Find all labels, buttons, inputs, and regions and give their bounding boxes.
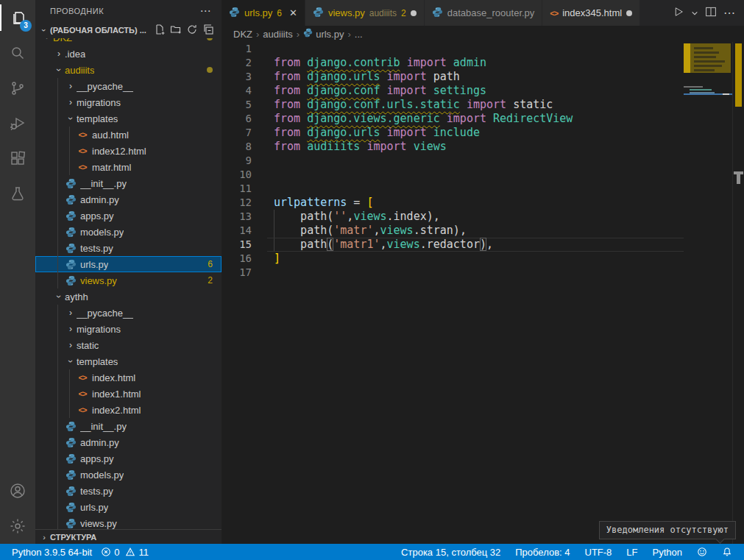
tree-item-index2-html[interactable]: <>index2.html — [35, 402, 222, 418]
sidebar-more-icon[interactable]: ⋯ — [200, 4, 212, 18]
breadcrumb-item[interactable]: ... — [355, 29, 363, 40]
tree-item-tests-py[interactable]: tests.py — [35, 240, 222, 256]
minimap[interactable] — [684, 42, 732, 145]
tree-item-apps-py[interactable]: apps.py — [35, 208, 222, 224]
tree-item-index-html[interactable]: <>index.html — [35, 369, 222, 386]
tree-item--pycache-[interactable]: ›__pycache__ — [35, 78, 222, 94]
status-language-mode[interactable]: Python — [648, 544, 687, 560]
code-line-9[interactable]: 9 — [222, 154, 744, 168]
tab-database-roouter-py[interactable]: database_roouter.py — [425, 0, 543, 26]
tree-item-models-py[interactable]: models.py — [35, 224, 222, 240]
code-text[interactable]: ] — [267, 252, 684, 266]
feedback-button[interactable] — [692, 544, 712, 560]
code-text[interactable] — [267, 182, 684, 196]
refresh-icon[interactable] — [186, 24, 198, 37]
code-line-14[interactable]: 14 path('matr',views.stran), — [222, 224, 744, 238]
code-line-12[interactable]: 12urlpatterns = [ — [222, 196, 744, 210]
activitybar-item-account[interactable] — [0, 473, 35, 508]
code-text[interactable]: path('',views.index), — [267, 210, 684, 224]
tree-item--init-py[interactable]: __init__.py — [35, 418, 222, 434]
code-line-15[interactable]: 15 path('matr1',views.redactor), — [222, 238, 744, 252]
status-problems[interactable]: 0 11 — [96, 544, 153, 560]
outline-section-header[interactable]: › СТРУКТУРА — [35, 529, 222, 544]
code-line-4[interactable]: 4from django.conf import settings — [222, 84, 744, 98]
notifications-bell-button[interactable] — [718, 544, 737, 560]
tab-index345-html[interactable]: <>index345.html — [542, 0, 640, 26]
modified-dot-icon[interactable] — [411, 10, 417, 16]
tree-item-tests-py[interactable]: tests.py — [35, 483, 222, 499]
activitybar-item-extensions[interactable] — [0, 141, 35, 177]
code-line-3[interactable]: 3from django.urls import path — [222, 70, 744, 84]
tree-item-templates[interactable]: ›templates — [35, 110, 222, 127]
code-line-13[interactable]: 13 path('',views.index), — [222, 210, 744, 224]
code-line-8[interactable]: 8from audiiits import views — [222, 140, 744, 154]
code-line-17[interactable]: 17 — [222, 266, 744, 280]
editor-more-actions[interactable]: ⋯ — [723, 6, 735, 20]
status-indentation[interactable]: Пробелов: 4 — [511, 544, 574, 560]
tree-item-admin-py[interactable]: admin.py — [35, 191, 222, 208]
code-line-10[interactable]: 10 — [222, 168, 744, 182]
code-line-6[interactable]: 6from django.views.generic import Redire… — [222, 112, 744, 126]
tree-item-matr-html[interactable]: <>matr.html — [35, 159, 222, 175]
code-text[interactable]: path('matr',views.stran), — [267, 224, 684, 238]
status-encoding[interactable]: UTF-8 — [581, 544, 617, 560]
new-folder-icon[interactable] — [170, 24, 182, 37]
tree-item-models-py[interactable]: models.py — [35, 467, 222, 483]
code-text[interactable]: from django.views.generic import Redirec… — [267, 112, 684, 126]
code-text[interactable] — [267, 42, 684, 56]
code-line-1[interactable]: 1 — [222, 42, 744, 56]
code-text[interactable]: from django.contrib import admin — [267, 56, 684, 70]
breadcrumb-item[interactable]: DKZ — [233, 29, 252, 40]
activitybar-item-source-control[interactable] — [0, 71, 35, 106]
tree-item-index1-html[interactable]: <>index1.html — [35, 386, 222, 402]
tree-item-index12-html[interactable]: <>index12.html — [35, 143, 222, 159]
tab-urls-py[interactable]: urls.py6✕ — [222, 0, 305, 26]
code-text[interactable]: urlpatterns = [ — [267, 196, 684, 210]
status-cursor-position[interactable]: Строка 15, столбец 32 — [397, 544, 505, 560]
overview-ruler[interactable] — [732, 42, 744, 544]
tree-item-views-py[interactable]: views.py2 — [35, 272, 222, 288]
run-dropdown-chevron[interactable] — [691, 7, 698, 20]
code-line-7[interactable]: 7from django.urls import include — [222, 126, 744, 140]
breadcrumb-item[interactable]: audiiits — [263, 29, 292, 40]
tree-item-aythh[interactable]: ›aythh — [35, 288, 222, 305]
code-line-2[interactable]: 2from django.contrib import admin — [222, 56, 744, 70]
code-text[interactable]: from audiiits import views — [267, 140, 684, 154]
tree-item-views-py[interactable]: views.py — [35, 515, 222, 529]
code-text[interactable]: from django.conf.urls.static import stat… — [267, 98, 684, 112]
code-text[interactable]: from django.urls import include — [267, 126, 684, 140]
tree-item-audiiits[interactable]: ›audiiits — [35, 62, 222, 78]
code-text[interactable] — [267, 154, 684, 168]
tree-item-apps-py[interactable]: apps.py — [35, 450, 222, 467]
code-text[interactable]: from django.conf import settings — [267, 84, 684, 98]
code-text[interactable]: from django.urls import path — [267, 70, 684, 84]
collapse-all-icon[interactable] — [202, 24, 214, 37]
status-python-interpreter[interactable]: Python 3.9.5 64-bit — [7, 544, 96, 560]
tree-item-urls-py[interactable]: urls.py — [35, 499, 222, 515]
activitybar-item-search[interactable] — [0, 35, 35, 71]
activitybar-item-settings[interactable] — [0, 508, 35, 544]
code-text[interactable] — [267, 168, 684, 182]
tab-views-py[interactable]: views.pyaudiiits2 — [305, 0, 425, 26]
code-editor[interactable]: 12from django.contrib import admin3from … — [222, 42, 744, 544]
tree-item--idea[interactable]: ›.idea — [35, 46, 222, 62]
code-line-11[interactable]: 11 — [222, 182, 744, 196]
tree-item-urls-py[interactable]: urls.py6 — [35, 256, 222, 272]
tree-item-templates[interactable]: ›templates — [35, 353, 222, 369]
tree-item-static[interactable]: ›static — [35, 337, 222, 353]
breadcrumb-item[interactable]: urls.py — [303, 28, 344, 40]
code-line-5[interactable]: 5from django.conf.urls.static import sta… — [222, 98, 744, 112]
split-editor-button[interactable] — [704, 5, 718, 21]
code-text[interactable]: path('matr1',views.redactor), — [267, 238, 684, 252]
tree-item-dkz[interactable]: ›DKZ — [35, 38, 222, 46]
workspace-section-header[interactable]: › (РАБОЧАЯ ОБЛАСТЬ) ... — [35, 22, 222, 38]
tree-item-migrations[interactable]: ›migrations — [35, 321, 222, 337]
tree-item-migrations[interactable]: ›migrations — [35, 94, 222, 110]
code-line-16[interactable]: 16] — [222, 252, 744, 266]
code-text[interactable] — [267, 266, 684, 280]
tree-item-aud-html[interactable]: <>aud.html — [35, 127, 222, 143]
activitybar-item-explorer[interactable]: 3 — [0, 0, 35, 35]
tree-item-admin-py[interactable]: admin.py — [35, 434, 222, 450]
new-file-icon[interactable] — [154, 24, 166, 37]
status-eol[interactable]: LF — [622, 544, 642, 560]
